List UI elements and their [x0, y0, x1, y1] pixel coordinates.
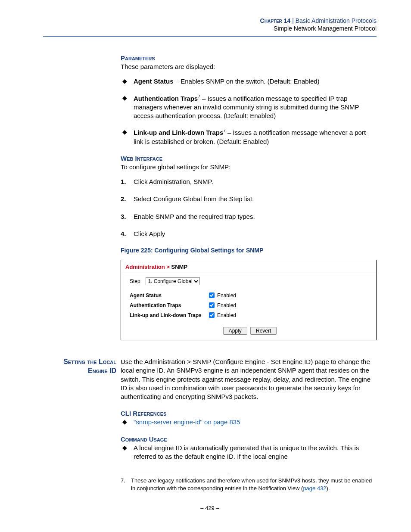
list-item: Agent Status – Enables SNMP on the switc…: [121, 77, 377, 86]
link-traps-checkbox[interactable]: [209, 312, 215, 318]
header-sep: |: [290, 17, 295, 24]
page-number: – 429 –: [43, 505, 377, 511]
revert-button[interactable]: Revert: [250, 327, 277, 335]
step-text: Click Administration, SNMP.: [134, 178, 213, 185]
field-label: Authentication Traps: [130, 302, 207, 308]
page-header: Chapter 14 | Basic Administration Protoc…: [43, 17, 377, 37]
step-text: Click Apply: [134, 230, 165, 237]
footnote-rule: [121, 474, 228, 474]
param-desc: – Enables SNMP on the switch. (Default: …: [174, 78, 320, 85]
form-row: Agent Status Enabled: [130, 291, 370, 299]
step-text: Enable SNMP and the required trap types.: [134, 213, 255, 220]
chapter-label: Chapter 14: [260, 17, 291, 24]
step-label: Step:: [130, 278, 142, 284]
list-item: "snmp-server engine-id" on page 835: [121, 418, 377, 426]
footnote-text-1: These are legacy notifications and there…: [131, 477, 372, 492]
step-number: 1.: [121, 177, 126, 186]
parameters-intro: These parameters are displayed:: [121, 62, 377, 71]
list-item: Authentication Traps7 – Issues a notific…: [121, 94, 377, 121]
section-body: Use the Administration > SNMP (Configure…: [121, 358, 377, 401]
section-parameters-heading: Parameters: [121, 54, 377, 62]
apply-button[interactable]: Apply: [223, 327, 247, 335]
step-number: 4.: [121, 230, 126, 238]
cli-refs-list: "snmp-server engine-id" on page 835: [121, 418, 377, 426]
param-name: Link-up and Link-down Traps: [134, 129, 223, 136]
figure-screenshot: Administration > SNMP Step: 1. Configure…: [121, 260, 377, 340]
breadcrumb: Administration > SNMP: [121, 260, 376, 273]
button-row: Apply Revert: [130, 327, 370, 335]
footnote-body: These are legacy notifications and there…: [131, 477, 377, 492]
field-label: Agent Status: [130, 292, 207, 299]
list-item: 4.Click Apply: [121, 230, 377, 238]
field-label: Link-up and Link-down Traps: [130, 312, 207, 318]
list-item: 2.Select Configure Global from the Step …: [121, 195, 377, 203]
step-number: 3.: [121, 212, 126, 221]
section-setting-local-engine-id: Setting the Local Engine ID Use the Admi…: [43, 358, 377, 401]
form-row: Authentication Traps Enabled: [130, 301, 370, 309]
header-title-1: Basic Administration Protocols: [296, 17, 377, 24]
footnote-number: 7.: [121, 477, 131, 492]
auth-traps-checkbox[interactable]: [209, 302, 215, 308]
web-interface-intro: To configure global settings for SNMP:: [121, 163, 377, 171]
footnote-link[interactable]: page 432: [303, 485, 326, 492]
param-name: Authentication Traps: [134, 95, 198, 102]
list-item: A local engine ID is automatically gener…: [121, 444, 377, 461]
enabled-text: Enabled: [217, 292, 236, 299]
footnote: 7. These are legacy notifications and th…: [121, 477, 377, 492]
parameters-list: Agent Status – Enables SNMP on the switc…: [121, 77, 377, 146]
breadcrumb-root: Administration >: [125, 264, 171, 270]
step-number: 2.: [121, 195, 126, 203]
header-title-2: Simple Network Management Protocol: [43, 25, 377, 32]
list-item: 3.Enable SNMP and the required trap type…: [121, 212, 377, 221]
breadcrumb-current: SNMP: [171, 264, 188, 270]
list-item: 1.Click Administration, SNMP.: [121, 177, 377, 186]
step-text: Select Configure Global from the Step li…: [134, 195, 254, 202]
cli-ref-link[interactable]: "snmp-server engine-id" on page 835: [134, 418, 240, 426]
figure-caption: Figure 225: Configuring Global Settings …: [121, 247, 377, 254]
enabled-text: Enabled: [217, 312, 236, 318]
section-command-usage-heading: Command Usage: [121, 436, 377, 443]
section-cli-references-heading: CLI References: [121, 410, 377, 417]
command-usage-text: A local engine ID is automatically gener…: [134, 444, 359, 460]
param-name: Agent Status: [134, 78, 174, 85]
command-usage-list: A local engine ID is automatically gener…: [121, 444, 377, 461]
agent-status-checkbox[interactable]: [209, 292, 215, 298]
enabled-text: Enabled: [217, 302, 236, 308]
list-item: Link-up and Link-down Traps7 – Issues a …: [121, 128, 377, 146]
section-web-interface-heading: Web Interface: [121, 155, 377, 162]
step-selector-row: Step: 1. Configure Global: [130, 277, 370, 285]
section-side-title: Setting the Local Engine ID: [43, 358, 121, 376]
form-row: Link-up and Link-down Traps Enabled: [130, 311, 370, 319]
footnote-text-2: ).: [327, 485, 330, 492]
steps-list: 1.Click Administration, SNMP. 2.Select C…: [121, 177, 377, 238]
step-select[interactable]: 1. Configure Global: [146, 277, 200, 285]
